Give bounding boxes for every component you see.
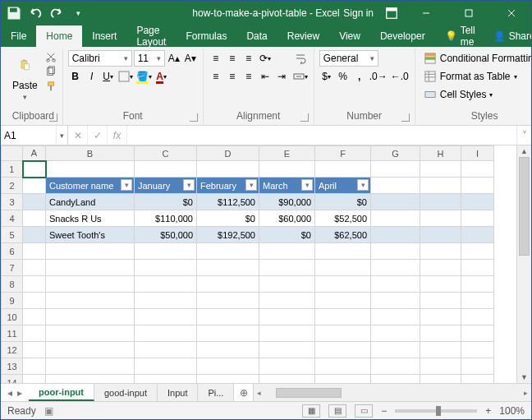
cell[interactable] xyxy=(420,276,461,293)
cell[interactable] xyxy=(461,194,494,210)
percent-format-icon[interactable]: % xyxy=(336,68,351,85)
cell[interactable] xyxy=(197,293,259,309)
cell[interactable]: $0 xyxy=(259,227,315,243)
row-header[interactable]: 3 xyxy=(2,194,23,210)
cell[interactable]: $50,000 xyxy=(135,227,197,243)
cell[interactable] xyxy=(135,325,197,342)
cell[interactable] xyxy=(23,293,46,309)
cell[interactable] xyxy=(461,227,494,243)
wrap-text-icon[interactable] xyxy=(292,50,309,67)
scroll-right-icon[interactable]: ▸ xyxy=(521,389,531,397)
sign-in-link[interactable]: Sign in xyxy=(343,7,374,19)
cell[interactable] xyxy=(371,358,420,375)
row-header[interactable]: 4 xyxy=(2,210,23,227)
insert-function-icon[interactable]: fx xyxy=(108,126,127,145)
cell[interactable] xyxy=(315,309,371,325)
select-all-cell[interactable] xyxy=(2,146,23,161)
cell[interactable] xyxy=(46,375,135,384)
row-header[interactable]: 13 xyxy=(2,358,23,375)
format-as-table-button[interactable]: Format as Table▾ xyxy=(420,68,532,85)
redo-icon[interactable] xyxy=(48,5,65,21)
vscroll-thumb[interactable] xyxy=(519,157,530,256)
cell[interactable] xyxy=(420,375,461,384)
close-button[interactable] xyxy=(495,1,528,25)
cell[interactable] xyxy=(259,243,315,260)
cell[interactable] xyxy=(420,309,461,325)
cell[interactable] xyxy=(420,227,461,243)
number-launcher[interactable] xyxy=(401,113,410,122)
sheet-tab[interactable]: good-input xyxy=(94,384,158,401)
cell[interactable] xyxy=(23,358,46,375)
cell[interactable] xyxy=(135,276,197,293)
cell[interactable] xyxy=(259,276,315,293)
decrease-font-icon[interactable]: A▾ xyxy=(183,50,198,67)
orientation-icon[interactable]: ⟳▾ xyxy=(258,50,273,67)
cell[interactable] xyxy=(420,358,461,375)
cell[interactable] xyxy=(420,342,461,358)
enter-formula-icon[interactable]: ✓ xyxy=(88,126,108,145)
cell[interactable] xyxy=(315,342,371,358)
tab-insert[interactable]: Insert xyxy=(82,25,126,47)
cell[interactable] xyxy=(371,309,420,325)
cell[interactable] xyxy=(23,309,46,325)
cell[interactable] xyxy=(135,293,197,309)
col-header[interactable]: D xyxy=(197,146,259,161)
scroll-up-icon[interactable]: ▲ xyxy=(517,145,531,157)
new-sheet-button[interactable]: ⊕ xyxy=(234,384,254,401)
cell[interactable] xyxy=(135,243,197,260)
cell[interactable] xyxy=(46,309,135,325)
cell[interactable]: $62,500 xyxy=(315,227,371,243)
row-header[interactable]: 1 xyxy=(2,161,23,178)
cell[interactable] xyxy=(259,293,315,309)
cell[interactable] xyxy=(197,325,259,342)
tab-developer[interactable]: Developer xyxy=(370,25,435,47)
decrease-indent-icon[interactable]: ⇤ xyxy=(258,68,273,85)
align-center-icon[interactable]: ≡ xyxy=(225,68,240,85)
cell[interactable] xyxy=(135,375,197,384)
cell[interactable] xyxy=(315,375,371,384)
cut-icon[interactable] xyxy=(44,50,57,63)
vertical-scrollbar[interactable]: ▲ ▼ xyxy=(516,145,531,383)
row-header[interactable]: 7 xyxy=(2,260,23,276)
merge-center-icon[interactable]: ▾ xyxy=(292,68,309,85)
cell[interactable]: $90,000 xyxy=(259,194,315,210)
cell[interactable] xyxy=(371,227,420,243)
cell[interactable] xyxy=(420,260,461,276)
align-middle-icon[interactable]: ≡ xyxy=(225,50,240,67)
cell[interactable] xyxy=(259,161,315,178)
alignment-launcher[interactable] xyxy=(300,113,309,122)
cell[interactable] xyxy=(461,375,494,384)
minimize-button[interactable] xyxy=(410,1,443,25)
italic-button[interactable]: I xyxy=(85,68,99,85)
cell[interactable]: $52,500 xyxy=(315,210,371,227)
expand-formula-bar-icon[interactable]: ˅ xyxy=(516,126,531,145)
tab-review[interactable]: Review xyxy=(277,25,329,47)
cell[interactable] xyxy=(371,243,420,260)
zoom-out-button[interactable]: − xyxy=(381,405,387,417)
cell[interactable] xyxy=(197,276,259,293)
normal-view-icon[interactable]: ▦ xyxy=(302,404,320,418)
cell[interactable] xyxy=(315,325,371,342)
tell-me[interactable]: 💡Tell me xyxy=(435,25,485,47)
cell[interactable]: Sweet Tooth's xyxy=(46,227,135,243)
align-right-icon[interactable]: ≡ xyxy=(241,68,256,85)
cell[interactable] xyxy=(23,342,46,358)
name-box-dropdown-icon[interactable]: ▾ xyxy=(56,126,67,145)
ribbon-options-icon[interactable] xyxy=(383,5,400,21)
cell[interactable] xyxy=(315,161,371,178)
cell[interactable] xyxy=(135,358,197,375)
cell[interactable]: February▾ xyxy=(197,178,259,194)
cell[interactable] xyxy=(371,375,420,384)
col-header[interactable]: G xyxy=(371,146,420,161)
scroll-down-icon[interactable]: ▼ xyxy=(517,372,531,383)
cell[interactable] xyxy=(23,276,46,293)
tab-home[interactable]: Home xyxy=(36,25,82,47)
tab-next-icon[interactable]: ▸ xyxy=(17,387,22,399)
cell[interactable] xyxy=(461,260,494,276)
cell[interactable] xyxy=(135,161,197,178)
hscroll-thumb[interactable] xyxy=(276,388,342,398)
font-size-select[interactable]: 11▾ xyxy=(134,50,165,67)
cell[interactable] xyxy=(461,178,494,194)
cell[interactable]: April▾ xyxy=(315,178,371,194)
cell[interactable] xyxy=(197,309,259,325)
